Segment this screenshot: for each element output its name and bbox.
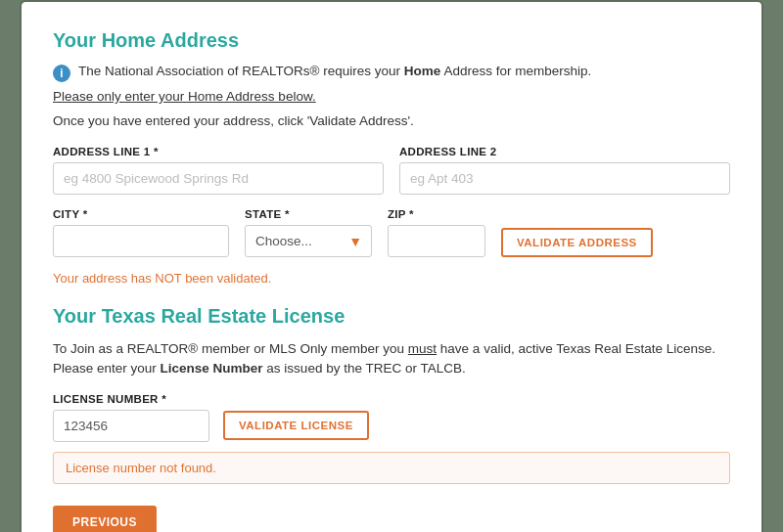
license-error-text: License number not found. xyxy=(66,461,216,475)
zip-input[interactable] xyxy=(388,225,485,257)
license-number-input[interactable] xyxy=(53,410,209,442)
zip-group: ZIP * xyxy=(388,208,485,257)
home-address-link: Please only enter your Home Address belo… xyxy=(53,89,316,104)
home-address-title: Your Home Address xyxy=(53,29,730,52)
license-number-label: LICENSE NUMBER * xyxy=(53,393,730,405)
validate-address-btn-wrap: VALIDATE ADDRESS xyxy=(501,228,653,257)
address-validation-error: Your address has NOT been validated. xyxy=(53,271,730,286)
info-icon: i xyxy=(53,65,70,82)
city-label: CITY * xyxy=(53,208,229,220)
address-line1-label: ADDRESS LINE 1 * xyxy=(53,146,384,157)
address-line1-group: ADDRESS LINE 1 * xyxy=(53,146,384,195)
address-row-1: ADDRESS LINE 1 * ADDRESS LINE 2 xyxy=(53,146,730,195)
validate-address-button[interactable]: VALIDATE ADDRESS xyxy=(501,228,653,257)
previous-button[interactable]: PREVIOUS xyxy=(53,506,157,533)
license-row: VALIDATE LICENSE xyxy=(53,410,730,442)
address-line2-input[interactable] xyxy=(399,162,730,195)
license-error-box: License number not found. xyxy=(53,452,730,484)
home-address-section: Your Home Address i The National Associa… xyxy=(53,29,730,286)
license-body-text: To Join as a REALTOR® member or MLS Only… xyxy=(53,339,730,379)
footer: PREVIOUS xyxy=(53,506,730,533)
city-group: CITY * xyxy=(53,208,229,257)
state-select[interactable]: Choose... TX xyxy=(245,225,372,257)
zip-label: ZIP * xyxy=(388,208,485,220)
texas-license-section: Your Texas Real Estate License To Join a… xyxy=(53,305,730,484)
info-message: The National Association of REALTORs® re… xyxy=(78,64,591,78)
main-container: Your Home Address i The National Associa… xyxy=(20,0,763,532)
texas-license-title: Your Texas Real Estate License xyxy=(53,305,730,328)
address-line1-input[interactable] xyxy=(53,162,384,195)
address-row-2: CITY * STATE * Choose... TX ▼ ZIP * VALI… xyxy=(53,208,730,257)
state-group: STATE * Choose... TX ▼ xyxy=(245,208,372,257)
state-select-wrapper: Choose... TX ▼ xyxy=(245,225,372,257)
license-input-wrap xyxy=(53,410,209,442)
instruction-text: Once you have entered your address, clic… xyxy=(53,113,730,128)
city-input[interactable] xyxy=(53,225,229,257)
state-label: STATE * xyxy=(245,208,372,220)
address-line2-group: ADDRESS LINE 2 xyxy=(399,146,730,195)
info-box: i The National Association of REALTORs® … xyxy=(53,64,730,82)
address-line2-label: ADDRESS LINE 2 xyxy=(399,146,730,157)
validate-license-button[interactable]: VALIDATE LICENSE xyxy=(223,411,369,440)
